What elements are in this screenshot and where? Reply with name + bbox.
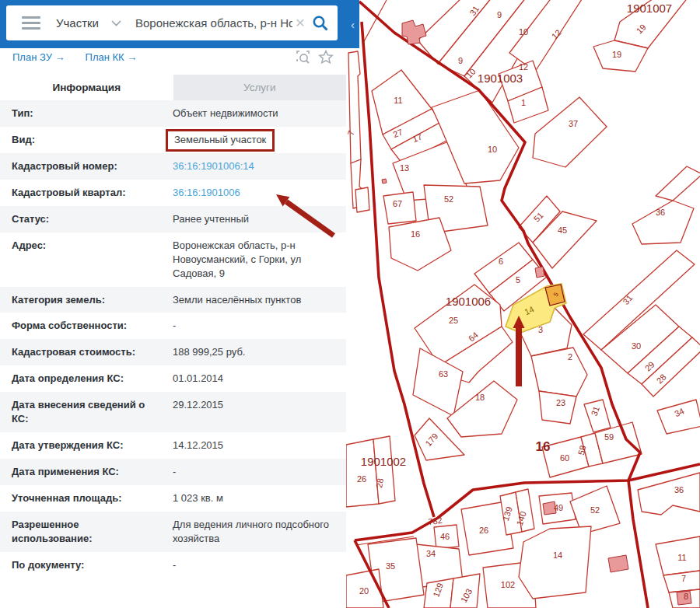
parcel-number: 26 <box>479 526 488 535</box>
parcel-number: 19 <box>612 50 621 59</box>
cadastral-map-app: Участки Воронежская область, р-н Но × 36… <box>0 0 700 608</box>
info-row: По документу:- <box>0 552 346 578</box>
parcel-number: 67 <box>393 199 402 208</box>
info-row: Форма собственности:- <box>0 313 346 339</box>
building-footprint <box>608 555 628 572</box>
parcel-boundary[interactable] <box>539 391 576 424</box>
info-row-label: Уточненная площадь: <box>12 491 173 505</box>
parcel-number: 30 <box>632 341 641 351</box>
info-row-value: Для ведения личного подсобного хозяйства <box>173 518 334 546</box>
info-row-label: Дата внесения сведений о КС: <box>12 398 173 426</box>
info-row-value: Воронежская область, р-н Новоусманский, … <box>173 239 334 281</box>
parcel-number: 782 <box>428 515 443 526</box>
info-row-value: - <box>173 319 334 333</box>
collapse-panel-icon[interactable]: ‹ <box>346 0 359 48</box>
search-on-plan-icon[interactable] <box>296 50 310 65</box>
info-row: Дата применения КС:- <box>0 459 346 485</box>
info-row: Дата внесения сведений о КС:29.12.2015 <box>0 392 346 432</box>
info-row: Категория земель:Земли населённых пункто… <box>0 287 346 313</box>
info-row: Уточненная площадь:1 023 кв. м <box>0 485 346 512</box>
plan-kk-link[interactable]: План КК → <box>86 51 138 63</box>
menu-icon[interactable] <box>22 16 40 30</box>
info-row-value: 14.12.2015 <box>173 439 334 453</box>
parcel-number: 10 <box>519 27 528 37</box>
favorite-star-icon[interactable] <box>318 50 334 65</box>
parcel-boundary[interactable] <box>519 526 591 599</box>
quarter-number: 1901002 <box>361 455 406 468</box>
info-row-label: Форма собственности: <box>12 319 173 333</box>
parcel-number: 11 <box>394 96 402 105</box>
parcel-boundary[interactable] <box>531 348 587 397</box>
info-row: Адрес:Воронежская область, р-н Новоусман… <box>0 232 346 287</box>
parcel-number: 37 <box>569 119 578 128</box>
cadastral-map[interactable]: 3191012121191937112717131052671665256463… <box>346 0 700 608</box>
info-row-label: Дата определения КС: <box>12 372 173 386</box>
info-row-label: Категория земель: <box>12 293 173 307</box>
parcel-number: 18 <box>475 393 485 402</box>
plan-zu-link[interactable]: План ЗУ → <box>12 51 65 63</box>
info-row: Разрешенное использование:Для ведения ли… <box>0 512 346 552</box>
info-row-label: Статус: <box>12 212 173 226</box>
clear-search-icon[interactable]: × <box>296 13 305 32</box>
quarter-number: 1901003 <box>478 72 523 85</box>
parcel-number: 23 <box>556 398 565 407</box>
info-row-value: Земельный участок <box>173 133 334 147</box>
parcel-number: 9 <box>458 56 463 65</box>
panel-tabs: Информация Услуги <box>0 75 346 100</box>
info-row-label: Дата применения КС: <box>12 465 173 479</box>
parcel-number: 28 <box>374 477 385 488</box>
parcel-number: 14 <box>553 550 562 560</box>
building-footprint <box>535 267 544 278</box>
parcel-number: 26 <box>357 474 366 484</box>
parcel-number: 46 <box>440 532 450 541</box>
parcel-number: 3 <box>538 325 543 334</box>
parcel-boundary[interactable] <box>656 166 700 201</box>
parcel-boundary[interactable] <box>348 51 361 163</box>
info-row-value: - <box>173 558 334 572</box>
info-row-value-link[interactable]: 36:16:1901006 <box>173 186 334 200</box>
parcel-number: 8 <box>684 592 688 601</box>
parcel-number: 9 <box>497 10 502 19</box>
info-row-label: Вид: <box>12 133 173 147</box>
quarter-number: 1901006 <box>446 295 491 308</box>
info-row-label: Дата утверждения КС: <box>12 439 173 453</box>
info-row-value: Ранее учтенный <box>173 212 334 226</box>
parcel-number: 45 <box>558 225 567 235</box>
parcel-number: 52 <box>444 194 453 204</box>
info-panel: Участки Воронежская область, р-н Но × 36… <box>0 0 346 608</box>
parcel-number: 2 <box>568 352 572 362</box>
info-row-label: По документу: <box>12 558 173 572</box>
search-input[interactable]: Воронежская область, р-н Но <box>135 16 292 30</box>
parcel-boundary[interactable] <box>355 187 369 212</box>
search-category-dropdown[interactable]: Участки <box>56 16 99 30</box>
parcel-number: 25 <box>449 316 458 325</box>
highlight-box: Земельный участок <box>166 129 275 152</box>
search-header: Участки Воронежская область, р-н Но × <box>0 0 346 48</box>
parcel-number: 63 <box>439 369 448 379</box>
info-row-value: - <box>173 465 334 479</box>
tab-services[interactable]: Услуги <box>173 75 347 100</box>
parcel-number: 34 <box>426 549 436 558</box>
parcel-boundary[interactable] <box>638 473 700 515</box>
info-row-value: 29.12.2015 <box>173 398 334 426</box>
info-row-value-link[interactable]: 36:16:1901006:14 <box>173 159 334 173</box>
info-row: Кадастровая стоимость:188 999,25 руб. <box>0 339 346 365</box>
info-row: Статус:Ранее учтенный <box>0 206 346 232</box>
search-icon[interactable] <box>311 14 330 33</box>
tab-information[interactable]: Информация <box>0 75 173 100</box>
parcel-number: 35 <box>386 561 395 571</box>
parcel-number: 5 <box>516 275 520 285</box>
building-footprint <box>382 179 387 183</box>
info-row-value: Земли населённых пунктов <box>173 293 334 307</box>
parcel-number: 36 <box>656 208 665 217</box>
parcel-number: 1 <box>521 98 526 107</box>
parcel-number: 52 <box>590 505 600 515</box>
parcel-number: 6 <box>499 257 503 266</box>
parcel-number: 16 <box>411 229 420 239</box>
parcel-boundary[interactable] <box>389 218 451 271</box>
info-row: Кадастровый номер:36:16:1901006:14 <box>0 153 346 180</box>
parcel-number: 11 <box>677 553 686 562</box>
chevron-down-icon[interactable] <box>111 20 121 26</box>
info-row-value: 01.01.2014 <box>173 372 334 386</box>
parcel-number: 20 <box>359 586 369 596</box>
